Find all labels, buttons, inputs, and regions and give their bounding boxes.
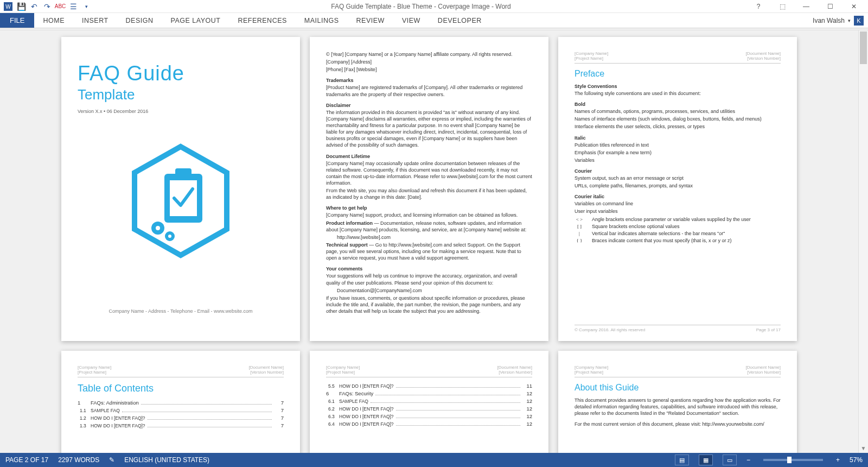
conv-text: System output, such as an error message … — [575, 175, 781, 181]
minimize-icon[interactable]: — — [795, 1, 817, 12]
proofing-icon[interactable]: ✎ — [109, 456, 114, 464]
help-icon[interactable]: ? — [748, 1, 769, 12]
style-conv-heading: Style Conventions — [575, 84, 781, 89]
tab-insert[interactable]: INSERT — [73, 13, 117, 28]
zoom-level[interactable]: 57% — [850, 456, 863, 464]
symbol-row: { }Braces indicate content that you must… — [575, 238, 781, 243]
prodinfo-line: Product information — Documentation, rel… — [326, 220, 532, 233]
help-heading: Where to get help — [326, 205, 532, 211]
zoom-in-icon[interactable]: + — [836, 456, 840, 464]
redo-icon[interactable]: ↷ — [41, 1, 53, 12]
conv-text: Emphasis (for example a new term) — [575, 149, 781, 156]
spellcheck-icon[interactable]: ABC — [54, 1, 66, 12]
scroll-down-icon[interactable]: ▼ — [859, 443, 868, 453]
about-p2: For the most current version of this doc… — [575, 421, 781, 427]
conv-heading: Bold — [575, 102, 781, 107]
page-toc-2[interactable]: [Company Name][Project Name] [Document N… — [310, 351, 548, 453]
toc-list: 1FAQs: Administration71.1SAMPLE FAQ71.2H… — [78, 400, 284, 428]
ribbon-options-icon[interactable]: ⬚ — [771, 1, 793, 12]
conv-text: Publication titles referenced in text — [575, 142, 781, 148]
conv-text: User input variables — [575, 208, 781, 214]
tab-review[interactable]: REVIEW — [348, 13, 393, 28]
word-icon[interactable]: W — [2, 1, 14, 12]
vertical-scrollbar[interactable]: ▲ ▼ — [858, 30, 868, 453]
user-avatar: K — [854, 16, 864, 26]
page-header: [Company Name][Project Name] [Document N… — [326, 365, 532, 375]
window-title: FAQ Guide Template - Blue Theme - Coverp… — [94, 3, 748, 10]
toc-row: 6.2HOW DO I [ENTER FAQ]?12 — [326, 406, 532, 412]
ribbon: FILE HOME INSERT DESIGN PAGE LAYOUT REFE… — [0, 13, 868, 28]
support-line: Technical support — Go to http://www.[we… — [326, 242, 532, 261]
tab-developer[interactable]: DEVELOPER — [429, 13, 490, 28]
pages-container[interactable]: FAQ Guide Template Version X.x • 06 Dece… — [0, 30, 858, 453]
conv-text: Names of interface elements (such window… — [575, 116, 781, 122]
symbol-list: < >Angle brackets enclose parameter or v… — [575, 217, 781, 243]
status-language[interactable]: ENGLISH (UNITED STATES) — [124, 456, 209, 464]
print-layout-icon[interactable]: ▦ — [699, 455, 713, 465]
comments-text2: If you have issues, comments, or questio… — [326, 295, 532, 314]
status-words[interactable]: 2297 WORDS — [58, 456, 99, 464]
zoom-out-icon[interactable]: − — [746, 456, 750, 464]
header-rule — [575, 63, 781, 64]
tab-references[interactable]: REFERENCES — [229, 13, 295, 28]
lifetime-text1: [Company Name] may occasionally update o… — [326, 160, 532, 187]
doc-title: FAQ Guide — [78, 62, 284, 85]
header-rule — [575, 377, 781, 377]
user-name: Ivan Walsh — [813, 17, 845, 24]
cover-footer: Company Name - Address - Telephone - Ema… — [61, 308, 300, 314]
tab-design[interactable]: DESIGN — [117, 13, 162, 28]
web-layout-icon[interactable]: ▭ — [723, 455, 737, 465]
qat-customize-icon[interactable]: ▾ — [80, 1, 92, 12]
toc-row: 5.5HOW DO I [ENTER FAQ]?11 — [326, 383, 532, 389]
copyright-line: © [Year] [Company Name] or a [Company Na… — [326, 51, 532, 58]
toc-row: 1FAQs: Administration7 — [78, 400, 284, 406]
svg-rect-5 — [175, 168, 192, 178]
conv-text: Variables — [575, 157, 781, 163]
account-area[interactable]: Ivan Walsh ▾ K — [813, 13, 868, 28]
svg-point-9 — [168, 235, 171, 238]
disclaimer-text: The information provided in this documen… — [326, 109, 532, 149]
toc-row: 6FAQs: Security12 — [326, 390, 532, 396]
tab-page-layout[interactable]: PAGE LAYOUT — [162, 13, 229, 28]
lifetime-heading: Document Lifetime — [326, 154, 532, 159]
page-preface[interactable]: [Company Name][Project Name] [Document N… — [558, 37, 797, 341]
toc-list-2: 5.5HOW DO I [ENTER FAQ]?116FAQs: Securit… — [326, 383, 532, 427]
toc-row: 6.1SAMPLE FAQ12 — [326, 398, 532, 404]
page-about[interactable]: [Company Name][Project Name] [Document N… — [558, 351, 797, 453]
header-rule — [78, 377, 284, 377]
lifetime-text2: From the Web site, you may also download… — [326, 187, 532, 200]
page-header: [Company Name][Project Name] [Document N… — [78, 365, 284, 375]
status-bar: PAGE 2 OF 17 2297 WORDS ✎ ENGLISH (UNITE… — [0, 453, 868, 467]
trademarks-text: [Product Name] are registered trademarks… — [326, 84, 532, 97]
page-legal[interactable]: © [Year] [Company Name] or a [Company Na… — [310, 37, 548, 341]
status-page[interactable]: PAGE 2 OF 17 — [5, 456, 48, 464]
comments-heading: Your comments — [326, 266, 532, 272]
symbol-row: |Vertical bar indicates alternate select… — [575, 231, 781, 236]
about-title: About this Guide — [575, 383, 781, 393]
svg-point-7 — [156, 226, 160, 230]
titlebar-controls: ? ⬚ — ☐ ✕ — [748, 1, 868, 12]
zoom-slider[interactable] — [763, 459, 823, 461]
zoom-thumb[interactable] — [787, 457, 792, 463]
tab-view[interactable]: VIEW — [393, 13, 429, 28]
tab-mailings[interactable]: MAILINGS — [296, 13, 348, 28]
symbol-row: < >Angle brackets enclose parameter or v… — [575, 217, 781, 222]
title-bar: W 💾 ↶ ↷ ABC ☰ ▾ FAQ Guide Template - Blu… — [0, 0, 868, 13]
maximize-icon[interactable]: ☐ — [819, 1, 841, 12]
read-mode-icon[interactable]: ▤ — [675, 455, 689, 465]
scroll-thumb[interactable] — [860, 31, 867, 64]
save-icon[interactable]: 💾 — [15, 1, 27, 12]
close-icon[interactable]: ✕ — [843, 1, 865, 12]
file-tab[interactable]: FILE — [0, 13, 34, 28]
contact-line: [Phone] [Fax] [Website] — [326, 66, 532, 73]
page-cover[interactable]: FAQ Guide Template Version X.x • 06 Dece… — [61, 37, 300, 341]
conv-text: Variables on command line — [575, 200, 781, 207]
undo-icon[interactable]: ↶ — [28, 1, 40, 12]
comments-text1: Your suggestions will help us continue t… — [326, 273, 532, 286]
doc-version: Version X.x • 06 December 2016 — [78, 109, 284, 114]
conv-text: URLs, complete paths, filenames, prompts… — [575, 182, 781, 189]
page-toc[interactable]: [Company Name][Project Name] [Document N… — [61, 351, 300, 453]
tab-home[interactable]: HOME — [34, 13, 73, 28]
touch-mode-icon[interactable]: ☰ — [67, 1, 79, 12]
address-line: [Company] [Address] — [326, 59, 532, 65]
